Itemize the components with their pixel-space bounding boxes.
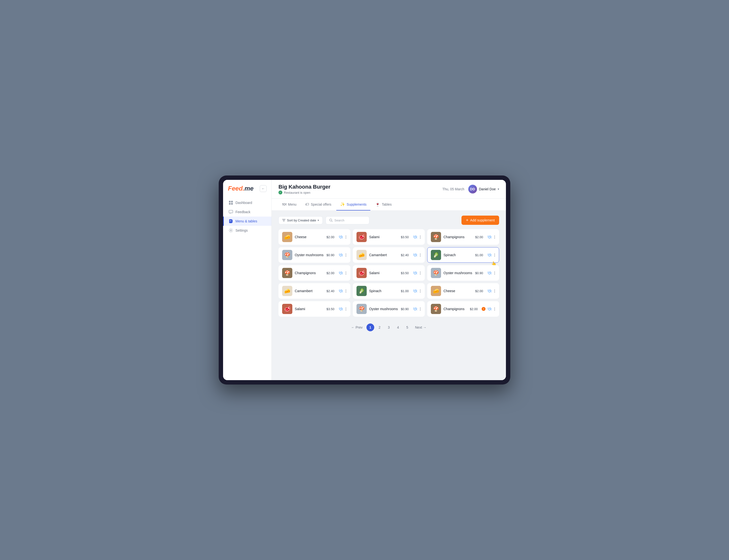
item-name: Oyster mushrooms (443, 271, 473, 275)
item-card[interactable]: 🍄 Oyster mushrooms $0.90 (353, 301, 425, 317)
page-2-button[interactable]: 2 (376, 324, 383, 331)
item-thumbnail: 🥬 (357, 286, 367, 296)
item-actions (338, 253, 347, 257)
page-4-button[interactable]: 4 (394, 324, 402, 331)
item-name: Camambert (369, 253, 398, 257)
visibility-toggle-button[interactable] (412, 307, 418, 311)
visibility-toggle-button[interactable] (487, 307, 492, 311)
grid-icon (229, 201, 233, 205)
next-button[interactable]: Next → (412, 324, 429, 331)
item-name: Spinach (369, 289, 398, 293)
sidebar-item-settings[interactable]: Settings (223, 226, 272, 235)
chevron-down-icon: ▾ (498, 187, 499, 191)
supplements-grid: 🧀 Cheese $2.00 (279, 229, 499, 317)
more-options-button[interactable] (345, 271, 347, 275)
user-menu[interactable]: DD Daniel Doe ▾ (468, 185, 499, 193)
visibility-toggle-button[interactable] (487, 253, 492, 257)
item-card[interactable]: 🧀 Camambert $2.40 (279, 283, 351, 299)
sidebar-item-menu-tables[interactable]: Menu & tables (223, 217, 272, 226)
more-options-button[interactable] (419, 271, 421, 275)
visibility-toggle-button[interactable] (412, 253, 418, 257)
add-supplement-button[interactable]: + Add supplement (461, 216, 499, 225)
tab-menu[interactable]: 🍽 Menu (279, 199, 300, 210)
next-arrow-icon: → (423, 325, 426, 329)
device-frame: Feed.me ← Dashboard (219, 175, 510, 385)
visibility-toggle-button[interactable] (338, 271, 344, 275)
more-options-button[interactable] (494, 307, 495, 311)
item-price: $2.00 (470, 307, 478, 311)
item-actions (338, 235, 347, 239)
page-1-button[interactable]: 1 (366, 324, 374, 331)
tab-special-offers[interactable]: 🏷 Special offers (301, 199, 335, 210)
item-thumbnail: 🍄 (282, 268, 292, 278)
item-actions (487, 289, 495, 293)
visibility-toggle-button[interactable] (412, 271, 418, 275)
item-price: $2.40 (401, 253, 409, 257)
sidebar-item-dashboard[interactable]: Dashboard (223, 198, 272, 207)
more-options-button[interactable] (345, 253, 347, 257)
visibility-toggle-button[interactable] (338, 253, 344, 257)
page-3-button[interactable]: 3 (385, 324, 393, 331)
toolbar-left: Sort by Created date ▾ Search (279, 216, 369, 224)
supplements-tab-icon: ✨ (340, 202, 345, 207)
visibility-toggle-button[interactable] (338, 235, 344, 239)
item-card[interactable]: 🍄 Champignons $2.00 (279, 265, 351, 281)
sidebar-item-feedback[interactable]: Feedback (223, 207, 272, 217)
more-options-button[interactable] (419, 253, 421, 257)
more-options-button[interactable] (419, 289, 421, 293)
visibility-toggle-button[interactable] (487, 235, 492, 239)
item-price: $2.00 (326, 271, 335, 275)
more-options-button[interactable] (494, 235, 495, 239)
back-button[interactable]: ← (260, 185, 267, 192)
more-options-button[interactable] (494, 289, 495, 293)
item-actions: ! (482, 307, 495, 311)
item-actions (487, 271, 495, 275)
sidebar: Feed.me ← Dashboard (223, 180, 272, 380)
pagination: ← Prev 1 2 3 4 5 Next → (279, 324, 499, 334)
item-actions (487, 235, 495, 239)
item-actions (412, 289, 421, 293)
more-options-button[interactable] (494, 271, 495, 275)
tab-tables[interactable]: 🍷 Tables (371, 199, 395, 210)
tables-tab-icon: 🍷 (375, 202, 380, 207)
item-card[interactable]: 🍄 Oyster mushrooms $0.90 (279, 247, 351, 263)
visibility-toggle-button[interactable] (487, 271, 492, 275)
item-name: Champignons (443, 307, 467, 311)
sort-button[interactable]: Sort by Created date ▾ (279, 216, 323, 224)
more-options-button[interactable] (494, 253, 495, 257)
visibility-toggle-button[interactable] (487, 289, 492, 293)
eye-off-icon (487, 235, 492, 239)
item-name: Salami (369, 235, 398, 239)
item-card[interactable]: 🧀 Camambert $2.40 (353, 247, 425, 263)
prev-button[interactable]: ← Prev (349, 324, 365, 331)
item-card[interactable]: 🥩 Salami $3.50 (353, 229, 425, 245)
page-header: Big Kahoona Burger ✓ Restaurant is open … (272, 180, 506, 199)
item-card[interactable]: 🍄 Oyster mushrooms $0.90 (427, 265, 499, 281)
visibility-toggle-button[interactable] (412, 235, 418, 239)
item-name: Camambert (295, 289, 324, 293)
more-options-button[interactable] (419, 235, 421, 239)
item-card[interactable]: 🥩 Salami $3.50 (279, 301, 351, 317)
visibility-toggle-button[interactable] (338, 307, 344, 311)
item-card[interactable]: 🥩 Salami $3.50 (353, 265, 425, 281)
tab-supplements[interactable]: ✨ Supplements (336, 199, 370, 210)
eye-off-icon (339, 307, 343, 311)
sort-chevron-icon: ▾ (318, 219, 319, 222)
more-options-button[interactable] (345, 235, 347, 239)
item-card[interactable]: 🍄 Champignons $2.00 (427, 229, 499, 245)
restaurant-name: Big Kahoona Burger (279, 184, 331, 190)
eye-off-icon (339, 253, 343, 257)
search-box[interactable]: Search (326, 216, 369, 224)
more-options-button[interactable] (345, 307, 347, 311)
item-card[interactable]: 🍄 Champignons $2.00 ! (427, 301, 499, 317)
visibility-toggle-button[interactable] (412, 289, 418, 293)
item-card[interactable]: 🧀 Cheese $2.00 (279, 229, 351, 245)
page-5-button[interactable]: 5 (403, 324, 411, 331)
item-card[interactable]: 🥬 Spinach $1.00 (353, 283, 425, 299)
visibility-toggle-button[interactable] (338, 289, 344, 293)
more-options-button[interactable] (419, 307, 421, 311)
item-card[interactable]: 🧀 Cheese $2.00 (427, 283, 499, 299)
more-options-button[interactable] (345, 289, 347, 293)
item-card[interactable]: 🥬 Spinach $1.00 � (427, 247, 499, 263)
search-icon (329, 219, 333, 222)
